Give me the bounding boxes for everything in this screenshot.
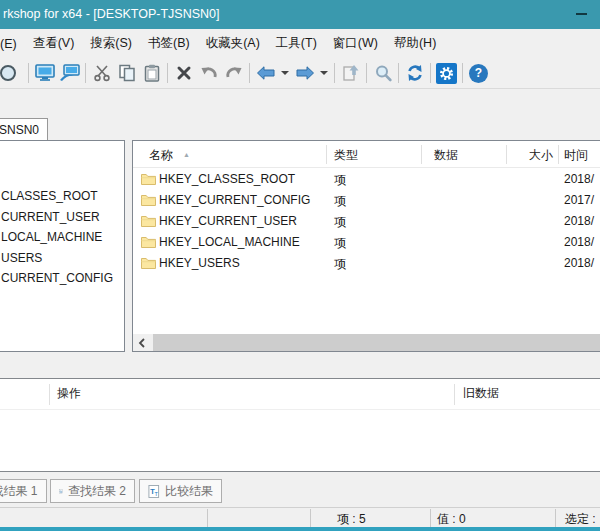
tab-label: 查找结果 2 (68, 483, 126, 500)
menu-edit[interactable]: (E) (0, 32, 25, 56)
session-tab-label: SNSN0 (0, 123, 39, 137)
column-divider[interactable] (454, 384, 455, 405)
column-header-time[interactable]: 时间 (564, 147, 588, 164)
tree-item-users[interactable]: USERS (0, 248, 124, 269)
column-divider[interactable] (558, 145, 559, 164)
toolbar-separator (334, 63, 335, 83)
statusbar-divider (430, 509, 431, 527)
clipped-toolbar-button[interactable] (0, 61, 25, 85)
gear-icon (436, 63, 457, 84)
toolbar: ? (0, 58, 600, 89)
registry-tree-panel: CLASSES_ROOT CURRENT_USER LOCAL_MACHINE … (0, 140, 125, 352)
redo-icon (225, 64, 243, 82)
undo-icon (200, 64, 218, 82)
column-header-name[interactable]: 名称▲ (149, 147, 190, 164)
column-header-operation[interactable]: 操作 (57, 385, 81, 402)
column-header-size[interactable]: 大小 (506, 147, 553, 164)
result-tabstrip: 找结果 1 查找结果 2 TT 比较结果 (0, 472, 600, 507)
remote-computer-button[interactable] (57, 61, 82, 85)
refresh-button[interactable] (402, 61, 427, 85)
window-title: rkshop for x64 - [DESKTOP-TJSNSN0] (3, 7, 220, 21)
search-button[interactable] (370, 61, 395, 85)
list-row-hkey-local-machine[interactable]: HKEY_LOCAL_MACHINE 项 2018/ (133, 232, 600, 253)
menu-search[interactable]: 搜索(S) (82, 30, 140, 57)
column-divider[interactable] (506, 145, 507, 164)
folder-icon (141, 194, 156, 206)
column-divider[interactable] (421, 145, 422, 164)
help-icon: ? (469, 64, 488, 83)
column-divider[interactable] (49, 384, 50, 405)
redo-button[interactable] (221, 61, 246, 85)
help-button[interactable]: ? (466, 61, 491, 85)
local-computer-button[interactable] (32, 61, 57, 85)
compare-page-icon: TT (148, 484, 160, 499)
scrollbar-thumb[interactable] (153, 334, 600, 351)
toolbar-separator (366, 63, 367, 83)
session-tabstrip: SNSN0 (0, 89, 600, 140)
list-row-hkey-current-user[interactable]: HKEY_CURRENT_USER 项 2018/ (133, 211, 600, 232)
tree-item-local-machine[interactable]: LOCAL_MACHINE (0, 227, 124, 248)
cut-button[interactable] (89, 61, 114, 85)
scroll-left-button[interactable] (133, 334, 150, 351)
tab-find-results-2[interactable]: 查找结果 2 (50, 479, 135, 503)
search-icon (374, 64, 392, 82)
forward-icon (296, 66, 314, 80)
menu-tools[interactable]: 工具(T) (268, 30, 325, 57)
horizontal-scrollbar (133, 334, 600, 351)
tree-item-classes-root[interactable]: CLASSES_ROOT (0, 186, 124, 207)
toolbar-separator (28, 63, 29, 83)
toolbar-separator (85, 63, 86, 83)
delete-icon (176, 65, 192, 81)
import-icon (342, 64, 359, 82)
folder-icon (141, 236, 156, 248)
minimize-icon (576, 13, 587, 15)
list-row-hkey-current-config[interactable]: HKEY_CURRENT_CONFIG 项 2017/ (133, 190, 600, 211)
menu-bookmarks[interactable]: 书签(B) (140, 30, 198, 57)
menu-window[interactable]: 窗口(W) (325, 30, 386, 57)
delete-button[interactable] (171, 61, 196, 85)
settings-button[interactable] (434, 61, 459, 85)
status-value-count: 值 : 0 (437, 511, 466, 528)
statusbar-divider (310, 509, 311, 527)
scrollbar-track[interactable] (150, 334, 600, 351)
forward-button[interactable] (292, 61, 317, 85)
menu-help[interactable]: 帮助(H) (386, 30, 444, 57)
tab-label: 比较结果 (165, 483, 213, 500)
status-key-count: 项 : 5 (337, 511, 366, 528)
operations-header: 操作 旧数据 (0, 379, 600, 410)
tab-find-results-1[interactable]: 找结果 1 (0, 479, 47, 503)
tree-item-current-user[interactable]: CURRENT_USER (0, 207, 124, 228)
paste-button[interactable] (139, 61, 164, 85)
menu-favorites[interactable]: 收藏夹(A) (198, 30, 268, 57)
undo-button[interactable] (196, 61, 221, 85)
clipped-icon (0, 65, 16, 81)
import-button[interactable] (338, 61, 363, 85)
tab-compare-results[interactable]: TT 比较结果 (139, 479, 222, 503)
column-divider[interactable] (326, 145, 327, 164)
column-header-old-data[interactable]: 旧数据 (463, 385, 499, 402)
column-header-data[interactable]: 数据 (434, 147, 458, 164)
list-row-hkey-users[interactable]: HKEY_USERS 项 2018/ (133, 253, 600, 274)
back-dropdown-caret[interactable] (281, 71, 289, 75)
forward-dropdown-caret[interactable] (320, 71, 328, 75)
sort-ascending-icon: ▲ (183, 151, 190, 158)
column-header-type[interactable]: 类型 (334, 147, 358, 164)
menu-view[interactable]: 查看(V) (25, 30, 83, 57)
key-list: HKEY_CLASSES_ROOT 项 2018/ HKEY_CURRENT_C… (133, 169, 600, 274)
vertical-splitter[interactable] (125, 140, 132, 352)
horizontal-splitter[interactable] (0, 352, 600, 378)
cut-icon (93, 64, 111, 82)
folder-icon (141, 215, 156, 227)
list-row-hkey-classes-root[interactable]: HKEY_CLASSES_ROOT 项 2018/ (133, 169, 600, 190)
minimize-button[interactable] (568, 3, 594, 25)
back-button[interactable] (253, 61, 278, 85)
statusbar-divider (207, 509, 208, 527)
status-selected: 选定 : (565, 511, 596, 528)
session-tab-desktop[interactable]: SNSN0 (0, 118, 48, 140)
copy-button[interactable] (114, 61, 139, 85)
paste-icon (143, 64, 161, 82)
toolbar-separator (430, 63, 431, 83)
local-computer-icon (35, 64, 55, 82)
toolbar-separator (249, 63, 250, 83)
tree-item-current-config[interactable]: CURRENT_CONFIG (0, 268, 124, 289)
